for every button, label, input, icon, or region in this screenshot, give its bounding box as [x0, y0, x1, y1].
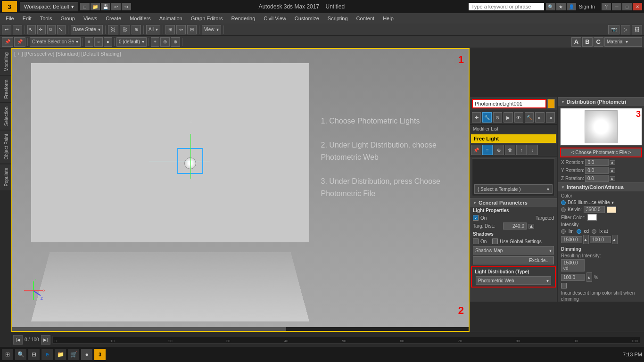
undo-btn[interactable]: ↩: [2, 25, 11, 34]
signin-label[interactable]: Sign In: [579, 4, 595, 9]
lx-radio[interactable]: [592, 229, 596, 234]
x-rotation-input[interactable]: [585, 159, 609, 166]
folder-btn[interactable]: 📁: [55, 349, 66, 360]
maximize-btn[interactable]: □: [622, 3, 632, 10]
material-dropdown[interactable]: Material ▾: [604, 37, 642, 47]
z-rot-up[interactable]: ▲: [610, 176, 615, 181]
tb2-obj[interactable]: ○: [94, 37, 103, 47]
menu-customize[interactable]: Customize: [291, 15, 323, 22]
menu-help[interactable]: Help: [379, 15, 397, 22]
tb-render[interactable]: ▷: [621, 25, 630, 34]
create-selection-dropdown[interactable]: Create Selection Se ▾: [30, 37, 81, 47]
use-global-cb[interactable]: [492, 239, 498, 244]
shadows-on-cb[interactable]: [473, 239, 479, 244]
kelvin-radio[interactable]: [561, 207, 566, 212]
menu-animation[interactable]: Animation: [156, 15, 186, 22]
tb-link2[interactable]: ⛓: [120, 25, 130, 34]
menu-create[interactable]: Create: [102, 15, 125, 22]
color-preset-radio[interactable]: [561, 200, 566, 205]
mod-down[interactable]: ↓: [528, 145, 538, 155]
targ-dist-up[interactable]: ▲: [528, 224, 534, 229]
exclude-btn[interactable]: Exclude...: [473, 256, 554, 264]
dist-section-header[interactable]: Distribution (Photometri: [558, 97, 644, 106]
modify-panel-btn[interactable]: 🔧: [482, 112, 491, 123]
y-rotation-input[interactable]: [585, 167, 609, 174]
rotate-btn[interactable]: ↻: [47, 25, 56, 34]
menu-edit[interactable]: Edit: [19, 15, 35, 22]
tb2-tools2[interactable]: ⊕: [160, 37, 170, 47]
open-btn[interactable]: 📁: [91, 3, 100, 10]
menu-group[interactable]: Group: [57, 15, 79, 22]
tb-snap[interactable]: ⊕: [132, 25, 141, 34]
mod-pin[interactable]: 📌: [471, 145, 481, 155]
menu-scripting[interactable]: Scripting: [324, 15, 352, 22]
incandescent-cb[interactable]: [561, 283, 567, 288]
template-select[interactable]: ( Select a Template ) ▾: [474, 184, 553, 194]
user-icon[interactable]: 👤: [567, 3, 576, 10]
base-state-dropdown[interactable]: Base State ▾: [71, 25, 103, 34]
menu-views[interactable]: Views: [80, 15, 101, 22]
extra-panel-btn2[interactable]: ◂: [546, 112, 555, 123]
scrollbar-thumb[interactable]: [12, 327, 286, 331]
mod-up[interactable]: ↑: [516, 145, 527, 155]
store-btn[interactable]: 🛒: [68, 349, 79, 360]
mod-stack[interactable]: ≡: [482, 145, 493, 155]
tb2-layers[interactable]: ≡: [85, 37, 93, 47]
scale-btn[interactable]: ⤡: [57, 25, 66, 34]
mod-delete[interactable]: 🗑: [505, 145, 515, 155]
save-btn[interactable]: 💾: [101, 3, 110, 10]
search-icon[interactable]: 🔍: [546, 3, 555, 10]
create-panel-btn[interactable]: ✚: [472, 112, 481, 123]
mod-expand[interactable]: ⊕: [494, 145, 504, 155]
tb-link1[interactable]: ⛓: [108, 25, 118, 34]
all-dropdown[interactable]: All ▾: [146, 25, 160, 34]
intensity-val2[interactable]: [590, 236, 611, 243]
menu-modifiers[interactable]: Modifiers: [126, 15, 155, 22]
intensity-val1[interactable]: [561, 236, 582, 243]
motion-panel-btn[interactable]: ▶: [504, 112, 512, 123]
tb2-A[interactable]: A: [571, 37, 581, 47]
kelvin-input[interactable]: [584, 206, 605, 213]
workspace-dropdown[interactable]: Workspace: Default ▾: [20, 2, 78, 11]
sidebar-tab-populate[interactable]: Populate: [0, 164, 11, 190]
minimize-btn[interactable]: ─: [612, 3, 621, 10]
light-dist-dropdown[interactable]: Photometric Web ▾: [476, 276, 551, 285]
menu-content[interactable]: Content: [353, 15, 379, 22]
extra-panel-btn[interactable]: ▸: [535, 112, 544, 123]
sidebar-tab-object-paint[interactable]: Object Paint: [0, 130, 11, 163]
shadow-type-dropdown[interactable]: Shadow Map ▾: [473, 246, 554, 255]
menu-graph-editors[interactable]: Graph Editors: [187, 15, 227, 22]
tb-mirror[interactable]: ⇔: [176, 25, 186, 34]
task-view-btn[interactable]: ⊟: [28, 349, 40, 360]
tb-array[interactable]: ⊟: [187, 25, 197, 34]
tb2-tools3[interactable]: ⊕: [171, 37, 180, 47]
viewport-label[interactable]: [ + ] [Perspective] [Standard] [Default …: [14, 51, 121, 57]
layer-dropdown[interactable]: 0 (default) ▾: [116, 37, 147, 47]
dim-pct-up[interactable]: ▲: [586, 272, 592, 282]
select-btn[interactable]: ↖: [27, 25, 36, 34]
tb2-obj2[interactable]: ●: [104, 37, 112, 47]
move-btn[interactable]: ✛: [37, 25, 46, 34]
modifier-item-free-light[interactable]: Free Light: [471, 134, 556, 143]
menu-file[interactable]: File: [2, 15, 18, 22]
tb2-snap2[interactable]: +: [151, 37, 159, 47]
undo-title-btn[interactable]: ↩: [111, 3, 121, 10]
3dsmax-taskbar-btn[interactable]: 3: [94, 349, 106, 360]
close-btn[interactable]: ✕: [633, 3, 642, 10]
x-rot-up[interactable]: ▲: [610, 160, 615, 165]
tb2-B[interactable]: B: [582, 37, 592, 47]
search-taskbar-btn[interactable]: 🔍: [15, 349, 26, 360]
general-params-header[interactable]: General Parameters: [470, 198, 557, 207]
timeline-go-end[interactable]: ▶|: [41, 335, 50, 345]
tb-render2[interactable]: 🖼: [632, 25, 642, 34]
y-rot-up[interactable]: ▲: [610, 168, 615, 173]
star-icon[interactable]: ★: [556, 3, 566, 10]
tb2-pin2[interactable]: 📌: [14, 37, 25, 47]
redo-btn[interactable]: ↪: [13, 25, 22, 34]
help-btn[interactable]: ?: [602, 3, 611, 10]
int-val1-up[interactable]: ▲: [583, 235, 589, 244]
lm-radio[interactable]: [561, 229, 566, 234]
viewport-scrollbar[interactable]: [12, 327, 469, 331]
intensity-section-header[interactable]: Intensity/Color/Attenua: [558, 182, 644, 191]
on-checkbox[interactable]: ✓: [473, 215, 479, 221]
